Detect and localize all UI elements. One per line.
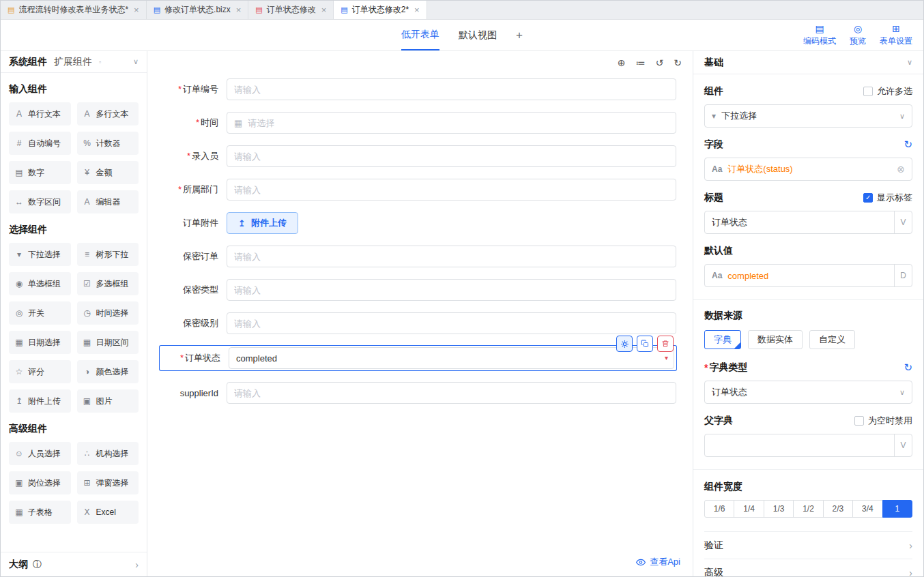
form-field-row-selected[interactable]: *订单状态 ▾ <box>160 346 676 370</box>
field-input[interactable] <box>227 382 676 404</box>
show-label-toggle[interactable]: 显示标签 <box>863 192 912 204</box>
section-validation[interactable]: 验证 › <box>704 532 912 559</box>
form-settings-button[interactable]: ⊞ 表单设置 <box>880 23 912 46</box>
component-item[interactable]: A编辑器 <box>77 190 139 213</box>
bound-field-box[interactable]: Aa订单状态(status) ⊗ <box>704 158 912 181</box>
file-tab[interactable]: ▤ 修改订单状态.bizx × <box>147 1 249 19</box>
text-input[interactable] <box>234 185 669 195</box>
redo-icon[interactable]: ↻ <box>674 57 682 68</box>
component-item[interactable]: ¥金额 <box>77 161 139 184</box>
copy-button[interactable] <box>637 336 653 352</box>
text-input[interactable] <box>234 388 669 398</box>
tab-default-view[interactable]: 默认视图 <box>459 20 497 50</box>
text-input[interactable] <box>236 353 667 364</box>
datasource-entity-button[interactable]: 数据实体 <box>748 330 803 349</box>
tab-system-components[interactable]: 系统组件 <box>9 56 47 68</box>
file-tab-active[interactable]: ▤ 订单状态修改2* × <box>334 1 427 19</box>
close-icon[interactable]: × <box>236 5 242 15</box>
variable-button[interactable]: V <box>894 211 912 233</box>
file-tab[interactable]: ▤ 流程流转时修改表单业务状态* × <box>1 1 147 19</box>
add-view-button[interactable]: + <box>516 20 523 50</box>
width-chip-selected[interactable]: 1 <box>882 500 912 518</box>
field-input[interactable] <box>227 78 676 100</box>
field-input[interactable] <box>227 145 676 167</box>
component-item[interactable]: ▣图片 <box>77 389 139 413</box>
empty-disable-toggle[interactable]: 为空时禁用 <box>854 415 912 427</box>
delete-button[interactable] <box>657 336 674 352</box>
form-field-row[interactable]: 保密类型 <box>160 279 676 301</box>
form-field-row[interactable]: *所属部门 <box>160 179 676 201</box>
text-input[interactable] <box>234 252 669 262</box>
variable-button[interactable]: V <box>894 434 912 456</box>
field-input[interactable] <box>229 347 674 369</box>
text-input[interactable] <box>234 85 669 95</box>
component-item[interactable]: ⊞弹窗选择 <box>77 471 139 494</box>
close-icon[interactable]: × <box>321 5 327 15</box>
title-input[interactable] <box>712 218 887 228</box>
checkbox-checked-icon[interactable] <box>863 193 873 203</box>
form-field-row[interactable]: 保密级别 <box>160 312 676 334</box>
text-input[interactable] <box>234 151 669 162</box>
preview-button[interactable]: ◎ 预览 <box>850 23 866 46</box>
component-item[interactable]: A多行文本 <box>77 102 139 125</box>
view-api-link[interactable]: 查看Api <box>636 556 680 568</box>
component-item[interactable]: ▦日期区间 <box>77 331 139 354</box>
field-input[interactable] <box>227 312 676 334</box>
checkbox-unchecked-icon[interactable] <box>863 87 873 96</box>
component-type-select[interactable]: ▾下拉选择 ∨ <box>704 104 912 128</box>
width-chip[interactable]: 3/4 <box>852 500 882 518</box>
section-advanced[interactable]: 高级 › <box>704 559 912 576</box>
dict-type-select[interactable]: 订单状态 ∨ <box>704 381 912 404</box>
datasource-custom-button[interactable]: 自定义 <box>809 330 855 349</box>
tab-low-code-form[interactable]: 低开表单 <box>401 20 439 50</box>
code-mode-button[interactable]: ▤ 编码模式 <box>803 23 836 46</box>
datasource-dict-button[interactable]: 字典 <box>704 330 741 349</box>
close-icon[interactable]: × <box>414 5 420 15</box>
component-item[interactable]: ≡树形下拉 <box>77 243 139 266</box>
allow-multi-toggle[interactable]: 允许多选 <box>863 85 912 98</box>
tab-extended-components[interactable]: 扩展组件 <box>54 56 92 68</box>
width-chip[interactable]: 1/4 <box>734 500 764 518</box>
field-input[interactable] <box>227 279 676 301</box>
refresh-icon[interactable]: ↻ <box>904 361 912 374</box>
file-tab[interactable]: ▤ 订单状态修改 × <box>248 1 334 19</box>
text-input[interactable] <box>234 319 669 329</box>
upload-button[interactable]: ↥ 附件上传 <box>227 212 298 234</box>
component-item[interactable]: ▦日期选择 <box>9 331 71 354</box>
component-item[interactable]: ▦子表格 <box>9 501 71 524</box>
refresh-icon[interactable]: ↻ <box>904 138 912 151</box>
globe-icon[interactable]: ⊕ <box>618 57 626 68</box>
component-item[interactable]: ∴机构选择 <box>77 442 139 465</box>
width-chip[interactable]: 1/2 <box>793 500 823 518</box>
component-item[interactable]: ◑颜色选择 <box>77 360 139 383</box>
field-input[interactable]: ▦ <box>227 112 676 134</box>
component-item[interactable]: ▾下拉选择 <box>9 243 71 266</box>
form-field-row[interactable]: 保密订单 <box>160 246 676 267</box>
outline-bar[interactable]: 大纲 ⓘ › <box>1 552 147 576</box>
component-item[interactable]: %计数器 <box>77 132 139 155</box>
component-item[interactable]: ▣岗位选择 <box>9 471 71 494</box>
field-input[interactable] <box>227 246 676 267</box>
date-input[interactable] <box>248 118 669 128</box>
component-item[interactable]: ☑多选框组 <box>77 272 139 295</box>
text-input[interactable] <box>234 285 669 295</box>
undo-icon[interactable]: ↺ <box>656 57 664 68</box>
form-field-row[interactable]: 订单附件 ↥ 附件上传 <box>160 212 676 234</box>
component-item[interactable]: ▤数字 <box>9 161 71 184</box>
width-chip[interactable]: 1/3 <box>764 500 794 518</box>
field-input[interactable] <box>227 179 676 201</box>
chevron-right-icon[interactable]: › <box>135 559 139 570</box>
settings-button[interactable] <box>616 336 633 352</box>
close-icon[interactable]: × <box>134 5 139 15</box>
dynamic-button[interactable]: D <box>894 265 912 286</box>
component-item[interactable]: #自动编号 <box>9 132 71 155</box>
panel-header[interactable]: 基础 ∨ <box>693 51 923 74</box>
component-item[interactable]: ☆评分 <box>9 360 71 383</box>
form-field-row[interactable]: *录入员 <box>160 145 676 167</box>
form-field-row[interactable]: *订单编号 <box>160 78 676 100</box>
width-chip[interactable]: 2/3 <box>823 500 853 518</box>
checkbox-unchecked-icon[interactable] <box>854 416 864 426</box>
chevron-down-icon[interactable]: ∨ <box>907 58 912 67</box>
remove-field-icon[interactable]: ⊗ <box>897 164 905 175</box>
form-field-row[interactable]: *时间 ▦ <box>160 112 676 134</box>
